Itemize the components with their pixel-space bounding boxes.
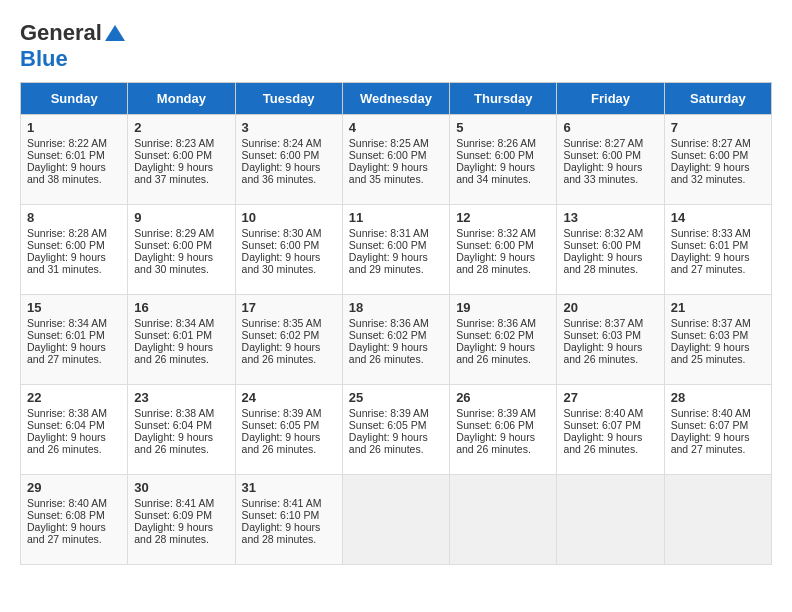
sunset-text: Sunset: 6:00 PM <box>134 149 228 161</box>
svg-marker-0 <box>105 25 125 41</box>
sunrise-text: Sunrise: 8:25 AM <box>349 137 443 149</box>
sunset-text: Sunset: 6:07 PM <box>671 419 765 431</box>
day-number: 11 <box>349 210 443 225</box>
calendar-cell: 5Sunrise: 8:26 AMSunset: 6:00 PMDaylight… <box>450 115 557 205</box>
sunrise-text: Sunrise: 8:22 AM <box>27 137 121 149</box>
sunset-text: Sunset: 6:02 PM <box>456 329 550 341</box>
header-row: SundayMondayTuesdayWednesdayThursdayFrid… <box>21 83 772 115</box>
sunset-text: Sunset: 6:00 PM <box>456 149 550 161</box>
day-number: 17 <box>242 300 336 315</box>
day-number: 29 <box>27 480 121 495</box>
calendar-cell: 27Sunrise: 8:40 AMSunset: 6:07 PMDayligh… <box>557 385 664 475</box>
logo-blue: Blue <box>20 46 68 71</box>
day-number: 18 <box>349 300 443 315</box>
calendar-cell: 2Sunrise: 8:23 AMSunset: 6:00 PMDaylight… <box>128 115 235 205</box>
sunset-text: Sunset: 6:01 PM <box>671 239 765 251</box>
daylight-text: Daylight: 9 hours and 31 minutes. <box>27 251 121 275</box>
header-day-thursday: Thursday <box>450 83 557 115</box>
sunset-text: Sunset: 6:01 PM <box>134 329 228 341</box>
calendar-cell: 3Sunrise: 8:24 AMSunset: 6:00 PMDaylight… <box>235 115 342 205</box>
day-number: 26 <box>456 390 550 405</box>
day-number: 1 <box>27 120 121 135</box>
sunrise-text: Sunrise: 8:32 AM <box>456 227 550 239</box>
sunrise-text: Sunrise: 8:28 AM <box>27 227 121 239</box>
daylight-text: Daylight: 9 hours and 36 minutes. <box>242 161 336 185</box>
day-number: 19 <box>456 300 550 315</box>
header-day-sunday: Sunday <box>21 83 128 115</box>
daylight-text: Daylight: 9 hours and 26 minutes. <box>456 431 550 455</box>
day-number: 25 <box>349 390 443 405</box>
daylight-text: Daylight: 9 hours and 29 minutes. <box>349 251 443 275</box>
sunset-text: Sunset: 6:06 PM <box>456 419 550 431</box>
daylight-text: Daylight: 9 hours and 32 minutes. <box>671 161 765 185</box>
day-number: 20 <box>563 300 657 315</box>
sunrise-text: Sunrise: 8:38 AM <box>134 407 228 419</box>
sunrise-text: Sunrise: 8:41 AM <box>242 497 336 509</box>
sunrise-text: Sunrise: 8:36 AM <box>456 317 550 329</box>
sunrise-text: Sunrise: 8:32 AM <box>563 227 657 239</box>
week-row-1: 1Sunrise: 8:22 AMSunset: 6:01 PMDaylight… <box>21 115 772 205</box>
week-row-3: 15Sunrise: 8:34 AMSunset: 6:01 PMDayligh… <box>21 295 772 385</box>
calendar-cell: 7Sunrise: 8:27 AMSunset: 6:00 PMDaylight… <box>664 115 771 205</box>
calendar-cell <box>664 475 771 565</box>
daylight-text: Daylight: 9 hours and 26 minutes. <box>134 341 228 365</box>
daylight-text: Daylight: 9 hours and 26 minutes. <box>563 341 657 365</box>
calendar-cell: 6Sunrise: 8:27 AMSunset: 6:00 PMDaylight… <box>557 115 664 205</box>
calendar-cell: 18Sunrise: 8:36 AMSunset: 6:02 PMDayligh… <box>342 295 449 385</box>
sunset-text: Sunset: 6:04 PM <box>27 419 121 431</box>
sunset-text: Sunset: 6:03 PM <box>563 329 657 341</box>
sunset-text: Sunset: 6:00 PM <box>563 149 657 161</box>
sunrise-text: Sunrise: 8:30 AM <box>242 227 336 239</box>
calendar-cell: 26Sunrise: 8:39 AMSunset: 6:06 PMDayligh… <box>450 385 557 475</box>
daylight-text: Daylight: 9 hours and 27 minutes. <box>671 251 765 275</box>
sunrise-text: Sunrise: 8:40 AM <box>671 407 765 419</box>
day-number: 8 <box>27 210 121 225</box>
header: General Blue <box>20 20 772 72</box>
sunrise-text: Sunrise: 8:39 AM <box>349 407 443 419</box>
header-day-saturday: Saturday <box>664 83 771 115</box>
calendar-cell: 19Sunrise: 8:36 AMSunset: 6:02 PMDayligh… <box>450 295 557 385</box>
sunrise-text: Sunrise: 8:27 AM <box>671 137 765 149</box>
day-number: 6 <box>563 120 657 135</box>
calendar-cell: 8Sunrise: 8:28 AMSunset: 6:00 PMDaylight… <box>21 205 128 295</box>
daylight-text: Daylight: 9 hours and 26 minutes. <box>134 431 228 455</box>
sunset-text: Sunset: 6:03 PM <box>671 329 765 341</box>
sunrise-text: Sunrise: 8:35 AM <box>242 317 336 329</box>
sunset-text: Sunset: 6:00 PM <box>134 239 228 251</box>
sunrise-text: Sunrise: 8:34 AM <box>134 317 228 329</box>
calendar-cell: 29Sunrise: 8:40 AMSunset: 6:08 PMDayligh… <box>21 475 128 565</box>
calendar-cell: 4Sunrise: 8:25 AMSunset: 6:00 PMDaylight… <box>342 115 449 205</box>
week-row-2: 8Sunrise: 8:28 AMSunset: 6:00 PMDaylight… <box>21 205 772 295</box>
calendar-cell: 31Sunrise: 8:41 AMSunset: 6:10 PMDayligh… <box>235 475 342 565</box>
calendar-cell: 9Sunrise: 8:29 AMSunset: 6:00 PMDaylight… <box>128 205 235 295</box>
header-day-wednesday: Wednesday <box>342 83 449 115</box>
calendar-cell: 23Sunrise: 8:38 AMSunset: 6:04 PMDayligh… <box>128 385 235 475</box>
sunrise-text: Sunrise: 8:41 AM <box>134 497 228 509</box>
daylight-text: Daylight: 9 hours and 28 minutes. <box>563 251 657 275</box>
sunrise-text: Sunrise: 8:23 AM <box>134 137 228 149</box>
calendar-cell: 21Sunrise: 8:37 AMSunset: 6:03 PMDayligh… <box>664 295 771 385</box>
logo-general: General <box>20 20 102 46</box>
sunset-text: Sunset: 6:00 PM <box>242 239 336 251</box>
calendar-cell: 1Sunrise: 8:22 AMSunset: 6:01 PMDaylight… <box>21 115 128 205</box>
daylight-text: Daylight: 9 hours and 26 minutes. <box>242 341 336 365</box>
sunset-text: Sunset: 6:00 PM <box>456 239 550 251</box>
daylight-text: Daylight: 9 hours and 34 minutes. <box>456 161 550 185</box>
daylight-text: Daylight: 9 hours and 25 minutes. <box>671 341 765 365</box>
calendar-cell: 14Sunrise: 8:33 AMSunset: 6:01 PMDayligh… <box>664 205 771 295</box>
sunrise-text: Sunrise: 8:29 AM <box>134 227 228 239</box>
day-number: 2 <box>134 120 228 135</box>
calendar-cell: 20Sunrise: 8:37 AMSunset: 6:03 PMDayligh… <box>557 295 664 385</box>
calendar-cell: 11Sunrise: 8:31 AMSunset: 6:00 PMDayligh… <box>342 205 449 295</box>
week-row-5: 29Sunrise: 8:40 AMSunset: 6:08 PMDayligh… <box>21 475 772 565</box>
sunrise-text: Sunrise: 8:40 AM <box>563 407 657 419</box>
calendar-cell: 10Sunrise: 8:30 AMSunset: 6:00 PMDayligh… <box>235 205 342 295</box>
sunrise-text: Sunrise: 8:33 AM <box>671 227 765 239</box>
sunrise-text: Sunrise: 8:39 AM <box>456 407 550 419</box>
sunset-text: Sunset: 6:05 PM <box>242 419 336 431</box>
sunset-text: Sunset: 6:01 PM <box>27 329 121 341</box>
sunrise-text: Sunrise: 8:26 AM <box>456 137 550 149</box>
day-number: 23 <box>134 390 228 405</box>
calendar-cell: 13Sunrise: 8:32 AMSunset: 6:00 PMDayligh… <box>557 205 664 295</box>
daylight-text: Daylight: 9 hours and 28 minutes. <box>456 251 550 275</box>
